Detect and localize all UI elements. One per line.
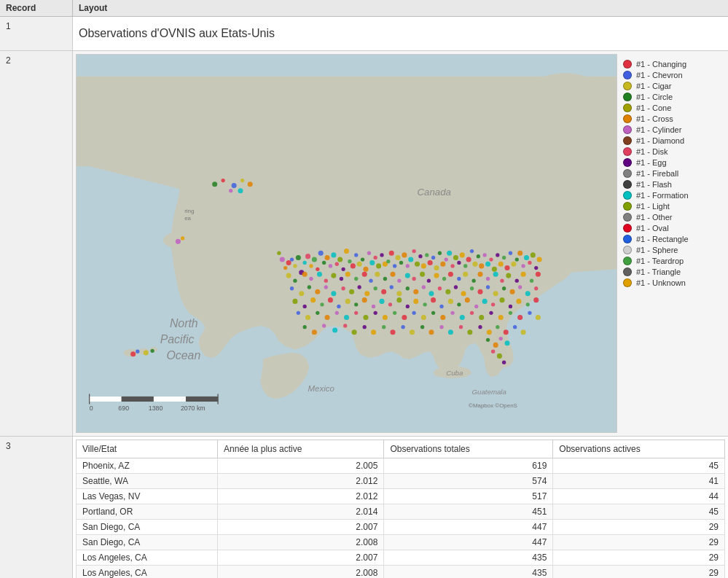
svg-point-69 bbox=[440, 262, 445, 267]
legend-label: #1 - Fireball bbox=[636, 169, 678, 178]
svg-point-183 bbox=[439, 305, 443, 308]
svg-point-231 bbox=[401, 325, 404, 329]
table-header: Observations actives bbox=[553, 440, 725, 458]
svg-point-204 bbox=[383, 315, 388, 320]
table-cell: 29 bbox=[553, 550, 725, 566]
svg-point-198 bbox=[325, 315, 330, 320]
svg-point-258 bbox=[238, 188, 243, 193]
legend-label: #1 - Other bbox=[636, 213, 673, 222]
table-row: Seattle, WA2.01257441 bbox=[77, 474, 725, 489]
svg-point-19 bbox=[290, 257, 294, 261]
legend-item: #1 - Unknown bbox=[623, 278, 725, 287]
svg-point-55 bbox=[396, 255, 401, 260]
svg-point-214 bbox=[479, 315, 484, 320]
svg-point-118 bbox=[420, 272, 425, 277]
table-cell: Portland, OR bbox=[77, 504, 218, 520]
legend-label: #1 - Chevron bbox=[636, 71, 683, 79]
svg-point-264 bbox=[181, 236, 184, 240]
svg-text:Mexico: Mexico bbox=[308, 384, 334, 393]
legend-label: #1 - Triangle bbox=[636, 267, 681, 276]
svg-point-200 bbox=[344, 315, 349, 320]
svg-point-56 bbox=[399, 261, 403, 265]
svg-point-89 bbox=[505, 265, 510, 270]
svg-point-90 bbox=[509, 251, 512, 255]
table-cell: 2.012 bbox=[218, 489, 384, 504]
legend-dot bbox=[623, 278, 632, 287]
legend-dot bbox=[623, 169, 632, 178]
svg-point-80 bbox=[477, 254, 480, 258]
svg-point-70 bbox=[445, 257, 448, 261]
legend-dot bbox=[623, 136, 632, 145]
table-cell: 447 bbox=[384, 520, 553, 535]
legend-item: #1 - Sphere bbox=[623, 246, 725, 254]
svg-text:ring: ring bbox=[184, 208, 194, 214]
svg-point-123 bbox=[457, 277, 461, 281]
svg-point-152 bbox=[428, 291, 434, 296]
svg-point-64 bbox=[425, 253, 428, 257]
table-cell: 517 bbox=[384, 489, 553, 504]
map-area[interactable]: North Pacific Ocean Canada Mexico Cuba G… bbox=[76, 54, 617, 433]
svg-point-84 bbox=[489, 257, 493, 261]
svg-point-150 bbox=[413, 289, 418, 294]
svg-point-128 bbox=[493, 272, 498, 277]
svg-point-20 bbox=[293, 264, 297, 267]
svg-point-37 bbox=[337, 257, 343, 262]
svg-point-212 bbox=[460, 315, 465, 320]
svg-point-111 bbox=[369, 279, 372, 283]
svg-point-45 bbox=[363, 267, 368, 272]
svg-point-66 bbox=[431, 256, 435, 259]
svg-point-100 bbox=[286, 273, 291, 278]
svg-point-220 bbox=[536, 315, 541, 320]
svg-point-144 bbox=[364, 291, 369, 296]
svg-point-210 bbox=[440, 315, 445, 320]
svg-point-99 bbox=[537, 257, 542, 262]
svg-rect-268 bbox=[154, 397, 186, 402]
svg-point-243 bbox=[513, 325, 517, 329]
svg-point-236 bbox=[448, 329, 453, 335]
svg-point-85 bbox=[492, 267, 497, 272]
legend-label: #1 - Formation bbox=[636, 191, 689, 200]
svg-point-249 bbox=[491, 350, 495, 354]
table-header: Observations totales bbox=[384, 440, 553, 458]
svg-point-238 bbox=[467, 329, 472, 335]
svg-point-122 bbox=[448, 272, 453, 277]
legend-item: #1 - Cone bbox=[623, 104, 725, 112]
svg-point-25 bbox=[305, 254, 310, 259]
svg-point-74 bbox=[457, 261, 461, 265]
svg-point-73 bbox=[453, 255, 458, 260]
layout-header: Layout bbox=[73, 0, 728, 16]
svg-point-38 bbox=[341, 267, 345, 271]
svg-point-187 bbox=[474, 305, 478, 308]
legend-dot bbox=[623, 125, 632, 134]
legend-dot bbox=[623, 158, 632, 167]
svg-point-179 bbox=[406, 305, 410, 308]
svg-point-41 bbox=[351, 263, 356, 268]
svg-point-154 bbox=[445, 289, 450, 294]
svg-point-49 bbox=[376, 263, 381, 268]
svg-point-155 bbox=[454, 285, 458, 289]
svg-point-139 bbox=[324, 285, 328, 289]
svg-point-125 bbox=[472, 279, 476, 283]
svg-point-251 bbox=[502, 361, 506, 364]
svg-point-253 bbox=[221, 179, 224, 182]
legend-dot bbox=[623, 93, 632, 101]
svg-point-48 bbox=[374, 256, 377, 259]
svg-text:Pacific: Pacific bbox=[160, 333, 195, 345]
svg-point-5 bbox=[195, 205, 214, 218]
svg-point-250 bbox=[497, 354, 502, 359]
svg-text:©Mapbox ©OpenS: ©Mapbox ©OpenS bbox=[469, 402, 517, 409]
svg-point-153 bbox=[438, 286, 442, 290]
svg-point-246 bbox=[493, 343, 498, 348]
svg-point-188 bbox=[482, 299, 488, 304]
svg-point-178 bbox=[396, 297, 402, 302]
svg-point-81 bbox=[479, 263, 484, 268]
svg-point-256 bbox=[248, 181, 253, 187]
svg-point-91 bbox=[511, 262, 516, 267]
legend-label: #1 - Sphere bbox=[636, 246, 678, 254]
svg-point-181 bbox=[423, 302, 426, 306]
row-2-content: North Pacific Ocean Canada Mexico Cuba G… bbox=[73, 51, 728, 436]
svg-point-133 bbox=[530, 279, 533, 283]
svg-point-174 bbox=[362, 297, 367, 302]
legend-dot bbox=[623, 82, 632, 90]
svg-point-35 bbox=[331, 252, 336, 257]
